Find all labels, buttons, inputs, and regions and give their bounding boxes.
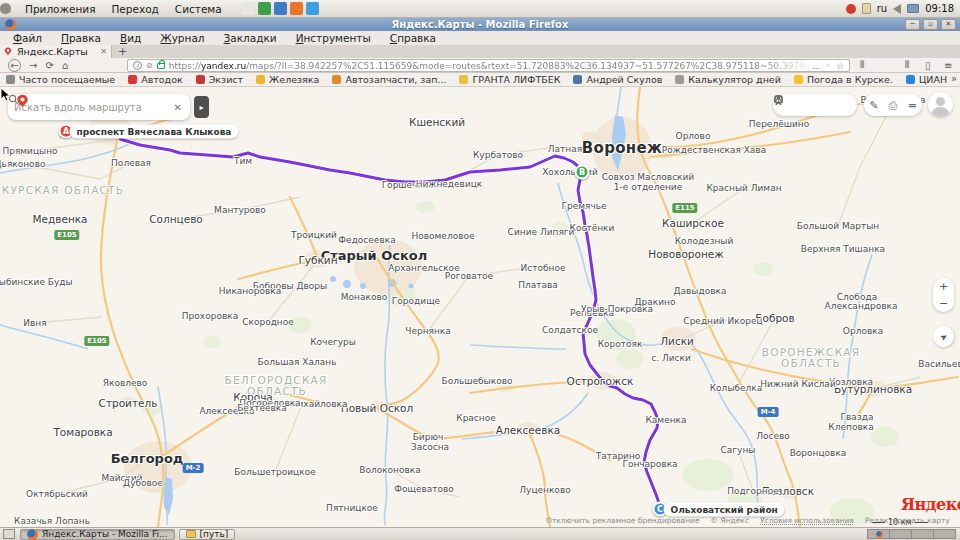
library-icon[interactable]: ⫴ [860, 59, 864, 71]
close-button[interactable]: ✕ [941, 19, 956, 30]
url-bar[interactable]: i ⊘ https://yandex.ru/maps/?ll=38.942257… [127, 59, 850, 72]
bookmark-item[interactable]: Погода в Курске. [794, 74, 893, 85]
menubar-item[interactable]: Закладки [224, 32, 277, 44]
bookmarks-overflow-chevron[interactable]: » [951, 73, 957, 84]
minimize-button[interactable]: ─ [905, 19, 920, 30]
url-text[interactable]: https://yandex.ru/maps/?ll=38.942257%2C5… [169, 61, 812, 71]
workspace-1[interactable] [867, 529, 890, 539]
menubar-item[interactable]: Файл [13, 32, 42, 44]
map-label: Лосево [756, 431, 790, 441]
workspace-4[interactable] [933, 529, 956, 539]
route-point-marker[interactable]: В [575, 165, 590, 180]
forward-icon[interactable]: → [29, 60, 37, 71]
map-label: Монаково [341, 292, 387, 302]
tracking-protection-icon[interactable]: ⊘ [146, 61, 153, 70]
taskbar-window-button[interactable]: [путь] [179, 529, 236, 540]
launcher-icon[interactable] [242, 2, 255, 15]
library-books-icon[interactable]: ⫴ [905, 59, 909, 71]
map-label: Гремячье [561, 201, 606, 211]
bookmark-item[interactable]: Автозапчасти, зап... [332, 74, 446, 85]
launcher-icon[interactable] [258, 2, 271, 15]
panel-menu[interactable]: Приложения [25, 3, 95, 15]
route-point-letter: А [63, 127, 69, 136]
map-label: Воронеж [582, 139, 662, 157]
road-badge: М-2 [183, 463, 204, 473]
clock[interactable]: 09:18 [925, 3, 954, 14]
map-viewport[interactable]: КУРСКАЯ ОБЛАСТЬБЕЛГОРОДСКАЯОБЛАСТЬВОРОНЕ… [0, 87, 960, 527]
maximize-button[interactable]: ▫ [923, 19, 938, 30]
bookmark-item[interactable]: ГРАНТА ЛИФТБЕК [459, 74, 560, 85]
map-search-panel[interactable]: Искать вдоль маршрута ✕ [8, 94, 190, 120]
map-label: Подгорное [727, 486, 778, 496]
ruler-pencil-icon[interactable]: ✎ [869, 100, 878, 111]
keyboard-layout-indicator[interactable]: ru [877, 3, 887, 14]
workspace-3[interactable] [911, 529, 934, 539]
route-point-marker[interactable]: СОльховатский район [653, 502, 668, 517]
attribution-link[interactable]: Условия использования [760, 516, 854, 525]
map-label: Городище [392, 296, 440, 306]
print-icon[interactable]: ⎙ [889, 100, 898, 111]
sidebar-icon[interactable]: ▯ [925, 60, 931, 71]
launcher-icon[interactable] [306, 2, 319, 15]
search-clear-icon[interactable]: ✕ [174, 102, 182, 113]
menubar-item[interactable]: Инструменты [296, 32, 371, 44]
menubar-item[interactable]: Справка [390, 32, 436, 44]
page-actions-icon[interactable]: … [812, 61, 821, 71]
tab-bar: Яндекс.Карты ✕ + [0, 45, 960, 58]
bookmark-item[interactable]: Андрей Скулов [573, 74, 662, 85]
menubar-item[interactable]: Вид [120, 32, 141, 44]
menubar-item[interactable]: Журнал [160, 32, 204, 44]
panel-menu[interactable]: Система [175, 3, 222, 15]
home-icon[interactable]: ⌂ [62, 60, 68, 71]
clipboard-tray-icon[interactable] [862, 3, 871, 14]
search-input[interactable]: Искать вдоль маршрута [14, 102, 166, 113]
site-info-icon[interactable]: i [133, 61, 142, 70]
bookmark-item[interactable]: Калькулятор дней [675, 74, 781, 85]
taskbar-window-button[interactable]: Яндекс.Карты - Mozilla Fi... [20, 529, 175, 540]
zoom-out-button[interactable]: − [939, 298, 948, 309]
attribution-link[interactable]: © Яндекс [711, 516, 749, 525]
tab-close-icon[interactable]: ✕ [100, 47, 107, 56]
bookmark-item[interactable]: ЦИАН [906, 74, 947, 85]
map-label: Строитель [99, 397, 158, 409]
bookmark-item[interactable]: Экзист [196, 74, 243, 85]
map-label: Красный Лиман [706, 183, 781, 193]
zoom-in-button[interactable]: + [939, 281, 948, 292]
road-badge: Е105 [54, 230, 79, 240]
updates-tray-icon[interactable] [846, 4, 856, 14]
hamburger-menu-icon[interactable]: ≡ [944, 60, 952, 71]
show-desktop-icon[interactable] [3, 529, 15, 539]
workspace-2[interactable] [889, 529, 912, 539]
map-label: Давыдовка [674, 286, 727, 296]
new-tab-button[interactable]: + [118, 45, 127, 58]
launcher-icon[interactable] [290, 2, 303, 15]
map-label: Дубовое [123, 478, 163, 488]
map-label: Татарино [596, 451, 641, 461]
more-tools-icon[interactable]: = [908, 100, 917, 111]
metro-icon[interactable] [773, 94, 784, 105]
panel-expand-button[interactable]: ▸ [194, 96, 209, 118]
launcher-icon[interactable] [274, 2, 287, 15]
bookmark-item[interactable]: Часто посещаемые [6, 74, 115, 85]
tab-yandex-maps[interactable]: Яндекс.Карты ✕ [0, 45, 112, 58]
back-icon[interactable]: ← [8, 59, 21, 72]
gnome-menu-icon[interactable] [0, 3, 11, 14]
route-point-marker[interactable]: Апроспект Вячеслава Клыкова [59, 124, 74, 139]
map-layers-pill [773, 94, 857, 116]
map-label: Мантурово [214, 205, 266, 215]
pocket-icon[interactable]: ◦ [826, 61, 831, 71]
user-avatar[interactable] [928, 92, 953, 117]
window-titlebar[interactable]: Яндекс.Карты - Mozilla Firefox ─ ▫ ✕ [0, 18, 960, 31]
tab-title: Яндекс.Карты [17, 46, 95, 57]
network-icon[interactable] [907, 4, 919, 13]
menubar-item[interactable]: Правка [61, 32, 101, 44]
road-badge: М-4 [758, 407, 779, 417]
attribution-link[interactable]: Отключить рекламное брендирование [546, 516, 700, 525]
bookmark-item[interactable]: Железяка [256, 74, 319, 85]
map-label: Волоконовка [359, 465, 421, 475]
bookmark-item[interactable]: Автодок [128, 74, 183, 85]
volume-icon[interactable] [893, 4, 901, 14]
reload-icon[interactable]: ⟳ [45, 60, 53, 71]
panel-menu[interactable]: Переход [111, 3, 158, 15]
bookmark-star-icon[interactable]: ☆ [836, 61, 844, 71]
